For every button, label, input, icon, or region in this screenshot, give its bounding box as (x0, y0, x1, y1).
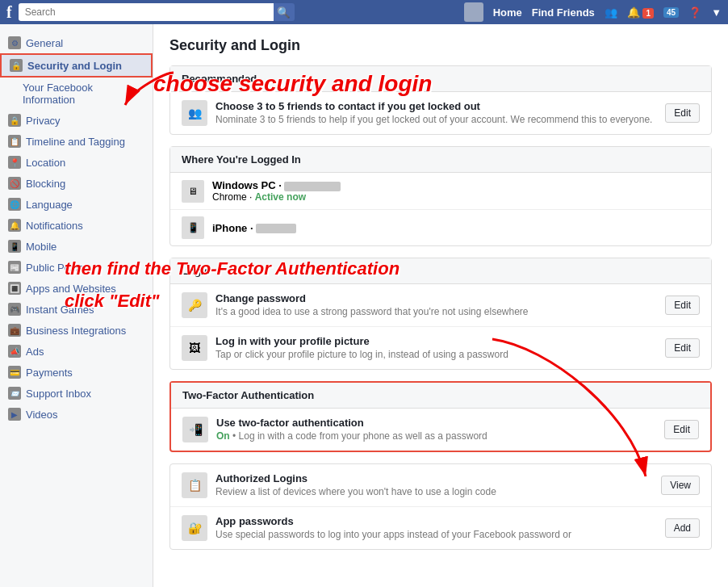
recommended-row: 👥 Choose 3 to 5 friends to contact if yo… (170, 92, 711, 134)
dropdown-icon[interactable]: ▼ (711, 6, 722, 19)
security-icon: 🔒 (10, 59, 23, 72)
auth-logins-title: Authorized Logins (215, 472, 653, 484)
notifications-sidebar-icon: 🔔 (8, 219, 21, 232)
sidebar-item-public-posts[interactable]: 📰 Public Posts (0, 257, 153, 278)
find-friends-link[interactable]: Find Friends (532, 6, 595, 19)
auth-logins-row: 📋 Authorized Logins Review a list of dev… (170, 464, 711, 507)
sidebar-item-ads[interactable]: 📣 Ads (0, 341, 153, 362)
device-row-0: 🖥 Windows PC · Chrome · Active now (170, 173, 711, 210)
profile-picture-desc: Tap or click your profile picture to log… (215, 349, 657, 360)
change-password-desc: It's a good idea to use a strong passwor… (215, 306, 657, 317)
sidebar: ⚙ General 🔒 Security and Login Your Face… (0, 24, 153, 587)
auth-logins-text: Authorized Logins Review a list of devic… (215, 472, 653, 497)
auth-logins-desc: Review a list of devices where you won't… (215, 486, 653, 497)
friends-icon[interactable]: 👥 (605, 6, 617, 19)
blocking-icon: 🚫 (8, 177, 21, 190)
app-passwords-title: App passwords (215, 515, 657, 527)
notifications-icon[interactable]: 🔔 1 (627, 6, 654, 19)
sidebar-label-notifications: Notifications (26, 220, 83, 232)
sidebar-item-blocking[interactable]: 🚫 Blocking (0, 173, 153, 194)
app-passwords-icon: 🔐 (182, 515, 207, 541)
search-input[interactable] (19, 3, 277, 21)
timeline-icon: 📋 (8, 135, 21, 148)
change-password-text: Change password It's a good idea to use … (215, 292, 657, 317)
sidebar-item-notifications[interactable]: 🔔 Notifications (0, 215, 153, 236)
help-icon[interactable]: ❓ (688, 6, 701, 19)
tfa-text: Use two-factor authentication On • Log i… (216, 417, 656, 442)
friends-row-icon: 👥 (182, 100, 207, 126)
app-passwords-row: 🔐 App passwords Use special passwords to… (170, 507, 711, 549)
sidebar-label-language: Language (26, 199, 73, 211)
device-info-1: iPhone · (212, 222, 296, 234)
auth-logins-view-button[interactable]: View (661, 476, 700, 495)
location-icon: 📍 (8, 156, 21, 169)
sidebar-item-mobile[interactable]: 📱 Mobile (0, 236, 153, 257)
sidebar-item-language[interactable]: 🌐 Language (0, 194, 153, 215)
profile-picture-login-row: 🖼 Log in with your profile picture Tap o… (170, 327, 711, 369)
profile-picture-edit-button[interactable]: Edit (665, 338, 700, 358)
app-passwords-add-button[interactable]: Add (665, 518, 700, 538)
device-name-0: Windows PC · (212, 179, 341, 191)
topbar-right: Home Find Friends 👥 🔔 1 45 ❓ ▼ (464, 2, 722, 22)
profile-picture-title: Log in with your profile picture (215, 335, 657, 347)
recommended-edit-button[interactable]: Edit (665, 103, 700, 123)
privacy-icon: 🔒 (8, 114, 21, 127)
sidebar-item-payments[interactable]: 💳 Payments (0, 362, 153, 383)
recommended-title: Choose 3 to 5 friends to contact if you … (215, 100, 657, 112)
logged-in-section: Where You're Logged In 🖥 Windows PC · Ch… (169, 146, 712, 246)
mobile-icon: 📱 (8, 240, 21, 253)
page-wrap: choose security and login then find the … (0, 24, 728, 587)
home-link[interactable]: Home (493, 6, 522, 19)
apps-icon: 🔳 (8, 282, 21, 295)
sidebar-item-timeline[interactable]: 📋 Timeline and Tagging (0, 131, 153, 152)
password-icon: 🔑 (182, 292, 207, 318)
device-browser-0: Chrome · Active now (212, 191, 341, 203)
change-password-edit-button[interactable]: Edit (665, 296, 700, 315)
tfa-icon: 📲 (182, 417, 208, 442)
sidebar-item-videos[interactable]: ▶ Videos (0, 404, 153, 425)
sidebar-label-location: Location (26, 157, 65, 169)
sidebar-label-apps: Apps and Websites (26, 283, 116, 295)
avatar (464, 2, 483, 22)
logged-in-header: Where You're Logged In (170, 147, 711, 173)
message-badge: 45 (663, 7, 679, 18)
notification-badge: 1 (642, 8, 654, 19)
sidebar-item-apps[interactable]: 🔳 Apps and Websites (0, 278, 153, 299)
sidebar-label-business: Business Integrations (26, 325, 126, 337)
instant-games-icon: 🎮 (8, 303, 21, 316)
tfa-edit-button[interactable]: Edit (664, 420, 699, 439)
recommended-section: Recommended 👥 Choose 3 to 5 friends to c… (169, 65, 712, 135)
sidebar-label-fb-info: Your Facebook Information (23, 82, 144, 106)
main-content: Security and Login Recommended 👥 Choose … (153, 24, 728, 587)
recommended-header: Recommended (170, 66, 711, 92)
sidebar-label-videos: Videos (26, 409, 58, 421)
business-icon: 💼 (8, 324, 21, 337)
sidebar-item-support[interactable]: 📨 Support Inbox (0, 383, 153, 404)
public-posts-icon: 📰 (8, 261, 21, 274)
facebook-logo: f (6, 3, 12, 22)
tfa-header: Two-Factor Authentication (171, 383, 710, 409)
tfa-desc: On • Log in with a code from your phone … (216, 430, 656, 442)
change-password-row: 🔑 Change password It's a good idea to us… (170, 284, 711, 327)
sidebar-item-privacy[interactable]: 🔒 Privacy (0, 110, 153, 131)
sidebar-label-instant-games: Instant Games (26, 304, 94, 316)
iphone-icon: 📱 (182, 216, 204, 239)
support-icon: 📨 (8, 387, 21, 400)
tfa-row: 📲 Use two-factor authentication On • Log… (171, 409, 710, 451)
profile-pic-icon: 🖼 (182, 335, 207, 361)
sidebar-label-payments: Payments (26, 367, 73, 379)
app-passwords-desc: Use special passwords to log into your a… (215, 529, 657, 540)
sidebar-item-instant-games[interactable]: 🎮 Instant Games (0, 299, 153, 320)
tfa-title: Use two-factor authentication (216, 417, 656, 429)
search-button[interactable]: 🔍 (274, 3, 295, 21)
sidebar-label-public-posts: Public Posts (26, 262, 84, 274)
sidebar-label-timeline: Timeline and Tagging (26, 136, 125, 148)
sidebar-item-security[interactable]: 🔒 Security and Login (0, 53, 153, 78)
sidebar-item-location[interactable]: 📍 Location (0, 152, 153, 173)
sidebar-item-fb-info[interactable]: Your Facebook Information (0, 78, 153, 110)
ads-icon: 📣 (8, 345, 21, 358)
videos-icon: ▶ (8, 408, 21, 421)
payments-icon: 💳 (8, 366, 21, 379)
sidebar-item-general[interactable]: ⚙ General (0, 32, 153, 53)
sidebar-item-business[interactable]: 💼 Business Integrations (0, 320, 153, 341)
